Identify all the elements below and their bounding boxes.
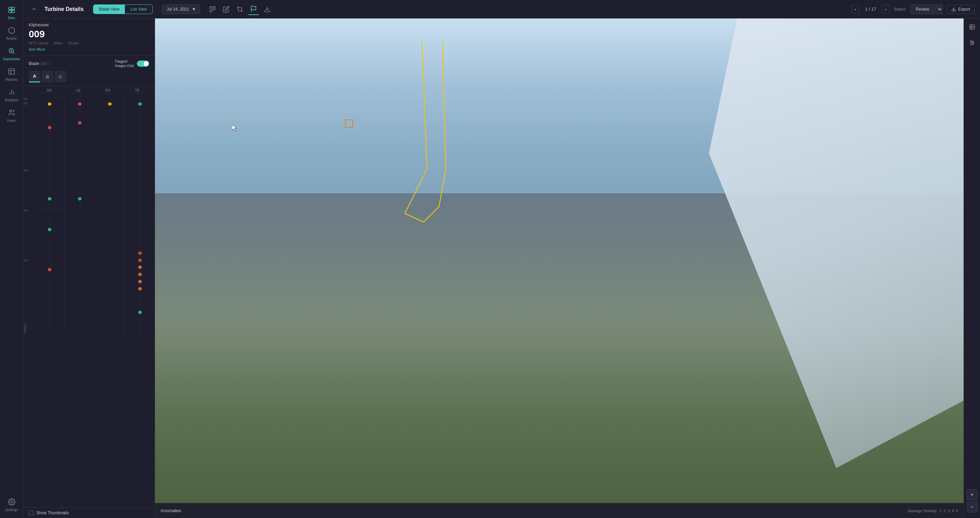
svg-point-18 [972, 43, 974, 43]
filter-icon-btn[interactable] [966, 37, 978, 50]
status-select[interactable]: Review Approved Pending [910, 5, 943, 14]
nav-prev-button[interactable]: ‹ [852, 5, 859, 14]
ps-column [94, 97, 124, 334]
back-button[interactable]: ← [29, 4, 40, 14]
blade-tab-a[interactable]: A [29, 71, 40, 83]
svg-rect-1 [12, 7, 14, 10]
sidebar: Sites Assets Inspections Reports [0, 0, 23, 518]
y-label-40: 40 [24, 169, 27, 172]
col-header-le: LE [64, 88, 93, 92]
download-icon-btn[interactable] [262, 4, 273, 15]
thumbnails-checkbox[interactable] [29, 510, 33, 515]
turbine-info: Klipheuwel 009 WTG Serial Make Model See… [23, 19, 155, 56]
show-thumbnails[interactable]: Show Thumbnails [23, 507, 155, 518]
blade-view-button[interactable]: Blade View [94, 5, 125, 14]
sidebar-item-sites[interactable]: Sites [0, 3, 23, 23]
chart-body: 55 55 40 30 10 Meters [23, 96, 155, 336]
col-center-ps [110, 97, 110, 334]
toggle-knob [144, 61, 148, 66]
view-toggle: Blade View List View [93, 5, 153, 14]
blade-header: Blade (SN: ) FlaggedImages Only [29, 59, 149, 68]
y-label-30: 30 [24, 209, 27, 212]
nav-next-button[interactable]: › [882, 5, 890, 14]
main-image-view[interactable]: Anomalies Damage Severity 1 2 3 4 5 [155, 19, 964, 518]
svg-point-19 [971, 44, 972, 45]
page-title: Turbine Details [45, 6, 83, 12]
svg-point-17 [970, 41, 972, 42]
col-header-ps: PS [93, 88, 123, 92]
zoom-out-btn[interactable]: − [967, 502, 978, 513]
crop-icon-btn[interactable] [234, 4, 245, 15]
date-value: Jul 24, 2021 [167, 7, 189, 12]
panel-expand-btn[interactable] [966, 21, 978, 34]
col-header-te: TE [123, 88, 152, 92]
sidebar-item-assets[interactable]: Assets [0, 23, 23, 44]
turbine-meta: WTG Serial Make Model [29, 41, 149, 45]
sidebar-label-inspections: Inspections [3, 57, 20, 61]
blade-background [155, 19, 964, 518]
svg-rect-8 [210, 6, 212, 12]
svg-rect-2 [8, 10, 11, 13]
blade-label-group: Blade (SN: ) [29, 61, 50, 66]
blade-tabs: A B C [29, 71, 149, 83]
chart-column-headers: SS LE PS TE [23, 86, 155, 94]
sidebar-label-assets: Assets [6, 37, 16, 40]
svg-point-6 [10, 110, 12, 112]
blade-section: Blade (SN: ) FlaggedImages Only A B C [23, 56, 155, 86]
turbine-number: 009 [29, 29, 149, 40]
export-button[interactable]: Export [947, 5, 975, 14]
zoom-in-btn[interactable]: + [967, 489, 978, 500]
col-center-te [140, 97, 140, 334]
flagged-toggle-switch[interactable] [137, 60, 149, 67]
reports-icon [8, 68, 15, 76]
sidebar-label-analytics: Analytics [5, 98, 18, 102]
svg-rect-3 [12, 10, 14, 13]
flag-icon-btn[interactable] [248, 3, 259, 15]
sev-4: 4 [952, 509, 954, 513]
calendar-icon: ▼ [192, 7, 196, 12]
left-panel: Klipheuwel 009 WTG Serial Make Model See… [23, 19, 155, 518]
blade-tab-c[interactable]: C [55, 71, 66, 83]
y-axis: 55 55 40 30 10 Meters [23, 97, 34, 334]
turbine-model: Model [68, 41, 79, 45]
sidebar-label-settings: Settings [5, 508, 18, 512]
sidebar-label-reports: Reports [5, 78, 18, 81]
y-label-10: 10 [24, 259, 27, 262]
orange-selection-box[interactable] [345, 119, 353, 128]
sidebar-item-analytics[interactable]: Analytics [0, 85, 23, 105]
sev-2: 2 [944, 509, 946, 513]
nav-controls: ‹ 1 / 17 › [852, 5, 890, 14]
sidebar-item-inspections[interactable]: Inspections [0, 44, 23, 64]
sev-3: 3 [948, 509, 950, 513]
pencil-icon-btn[interactable] [221, 4, 232, 15]
damage-severity: Damage Severity 1 2 3 4 5 [908, 509, 958, 513]
blade-chart-area[interactable]: 55 55 40 30 10 Meters [23, 94, 155, 507]
col-header-ss: SS [34, 88, 64, 92]
flagged-label: FlaggedImages Only [115, 59, 134, 68]
sites-icon [8, 6, 15, 15]
date-selector[interactable]: Jul 24, 2021 ▼ [162, 5, 200, 14]
assets-icon [8, 27, 15, 35]
col-center-le [80, 97, 80, 334]
thumbnails-label: Show Thumbnails [36, 510, 69, 515]
svg-rect-9 [213, 6, 215, 10]
users-icon [8, 109, 15, 118]
y-label-55b: 55 [24, 102, 27, 105]
sidebar-label-users: Users [7, 119, 16, 122]
right-panel: + − [964, 19, 980, 518]
layout-icon-btn[interactable] [207, 4, 218, 15]
analytics-icon [8, 88, 15, 97]
svg-rect-13 [970, 25, 975, 29]
see-more-link[interactable]: See More [29, 47, 149, 51]
le-column [64, 97, 94, 334]
turbine-location: Klipheuwel [29, 22, 149, 27]
flagged-toggle-group: FlaggedImages Only [115, 59, 149, 68]
sidebar-item-users[interactable]: Users [0, 105, 23, 126]
turbine-make: Make [54, 41, 63, 45]
blade-tab-b[interactable]: B [42, 71, 53, 83]
main-content: ← Turbine Details Blade View List View J… [23, 0, 980, 518]
settings-icon [8, 498, 15, 507]
sidebar-item-settings[interactable]: Settings [0, 495, 23, 515]
sidebar-item-reports[interactable]: Reports [0, 64, 23, 85]
list-view-button[interactable]: List View [125, 5, 152, 14]
